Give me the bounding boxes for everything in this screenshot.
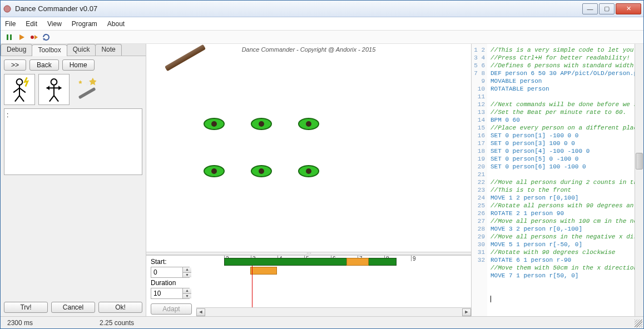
svg-point-34 [306, 168, 311, 174]
tab-strip: Debug Toolbox Quick Note [1, 44, 146, 56]
adapt-button[interactable]: Adapt [151, 303, 192, 315]
timeline-track[interactable]: 23456789 ◄ ► [196, 256, 471, 316]
svg-line-9 [13, 88, 19, 92]
toolbox-body: >> Back Home [1, 56, 146, 298]
pause-icon[interactable] [5, 33, 14, 42]
nav-forward-button[interactable]: >> [4, 59, 26, 71]
svg-rect-1 [7, 34, 8, 40]
timeline-block[interactable] [346, 258, 369, 266]
timeline-hscroll[interactable]: ◄ ► [196, 307, 471, 316]
svg-marker-3 [19, 34, 24, 40]
svg-point-26 [259, 121, 264, 127]
svg-point-0 [4, 6, 11, 12]
start-spin-down[interactable]: ▼ [182, 273, 191, 278]
dancer-6[interactable] [296, 163, 321, 179]
timeline-block[interactable] [224, 258, 397, 266]
svg-point-32 [259, 168, 264, 174]
menu-file[interactable]: File [5, 20, 16, 28]
vscroll-thumb[interactable] [636, 153, 643, 170]
menu-edit[interactable]: Edit [26, 20, 37, 28]
dancer-5[interactable] [249, 163, 274, 179]
timeline-block[interactable] [250, 267, 277, 275]
magic-wand-icon[interactable] [73, 74, 104, 105]
start-spin-up[interactable]: ▲ [182, 267, 191, 273]
nav-home-button[interactable]: Home [62, 59, 95, 71]
loop-icon[interactable] [42, 33, 51, 42]
svg-line-11 [15, 96, 19, 102]
left-pane: Debug Toolbox Quick Note >> Back Home [1, 44, 146, 316]
stage-copyright: Dance Commander - Copyright @ Andorix - … [242, 46, 376, 53]
menu-view[interactable]: View [47, 20, 62, 28]
code-vscroll[interactable] [635, 44, 643, 316]
svg-line-20 [54, 96, 58, 102]
code-editor[interactable]: //This is a very simple code to let you … [487, 44, 635, 316]
stickman-arrows-tile[interactable] [38, 74, 70, 105]
svg-point-13 [51, 79, 57, 85]
main-area: Debug Toolbox Quick Note >> Back Home [1, 44, 643, 316]
window-title: Dance Commander v0.07 [15, 4, 582, 13]
try-button[interactable]: Trv! [4, 302, 48, 313]
play-icon[interactable] [17, 33, 26, 42]
svg-marker-16 [47, 86, 49, 90]
toolbox-textarea[interactable] [4, 108, 142, 175]
statusbar: 2300 ms 2.25 counts [1, 316, 643, 328]
hscroll-left-icon[interactable]: ◄ [196, 308, 205, 316]
svg-rect-21 [78, 87, 96, 99]
svg-line-12 [19, 96, 24, 102]
duration-spin-up[interactable]: ▲ [182, 288, 191, 294]
svg-line-10 [19, 88, 26, 92]
start-label: Start: [151, 258, 192, 266]
toolbox-action-row: Trv! Cancel Ok! [1, 298, 146, 316]
svg-marker-5 [34, 35, 38, 39]
duration-spin-down[interactable]: ▼ [182, 294, 191, 299]
toolbar [1, 31, 643, 44]
code-pane: 1 2 3 4 5 6 7 8 9 10 11 12 13 14 15 16 1… [471, 44, 643, 316]
cancel-button[interactable]: Cancel [51, 302, 95, 313]
stage[interactable]: Dance Commander - Copyright @ Andorix - … [146, 44, 471, 252]
resize-grip-icon[interactable] [635, 320, 642, 327]
stickman-bolt-tile[interactable] [4, 74, 35, 105]
ok-button[interactable]: Ok! [98, 302, 142, 313]
tab-toolbox[interactable]: Toolbox [32, 44, 67, 56]
svg-marker-18 [58, 86, 61, 90]
timeline-controls: Start: ▲▼ Duration ▲▼ Adapt [146, 256, 196, 316]
minimize-button[interactable]: — [582, 3, 598, 14]
svg-point-4 [31, 36, 34, 39]
maximize-button[interactable]: ▢ [599, 3, 615, 14]
status-time: 2300 ms [7, 319, 33, 327]
timeline: Start: ▲▼ Duration ▲▼ Adapt 23456789 [146, 255, 471, 316]
app-icon [3, 4, 12, 13]
dancer-4[interactable] [202, 163, 226, 179]
app-window: Dance Commander v0.07 — ▢ ✕ File Edit Vi… [0, 0, 644, 329]
menu-program[interactable]: Program [72, 20, 97, 28]
close-button[interactable]: ✕ [616, 3, 641, 14]
record-play-icon[interactable] [29, 33, 38, 42]
svg-point-28 [306, 121, 311, 127]
status-counts: 2.25 counts [100, 319, 134, 327]
svg-line-19 [49, 96, 54, 102]
titlebar[interactable]: Dance Commander v0.07 — ▢ ✕ [1, 1, 643, 17]
svg-point-7 [17, 79, 23, 85]
dancer-3[interactable] [296, 116, 321, 132]
duration-label: Duration [151, 279, 192, 287]
nav-back-button[interactable]: Back [29, 59, 59, 71]
tab-quick[interactable]: Quick [67, 44, 96, 56]
code-gutter: 1 2 3 4 5 6 7 8 9 10 11 12 13 14 15 16 1… [472, 44, 487, 316]
svg-point-30 [211, 168, 217, 174]
dancer-1[interactable] [202, 116, 226, 132]
svg-rect-2 [10, 34, 12, 40]
hscroll-right-icon[interactable]: ► [462, 308, 471, 316]
menubar: File Edit View Program About [1, 17, 643, 31]
svg-point-24 [211, 121, 217, 127]
stage-stick-prop [165, 44, 206, 72]
menu-about[interactable]: About [107, 20, 125, 28]
tick-label: 9 [413, 256, 416, 262]
center-pane: Dance Commander - Copyright @ Andorix - … [146, 44, 471, 316]
dancer-2[interactable] [249, 116, 274, 132]
tab-note[interactable]: Note [95, 44, 121, 56]
tab-debug[interactable]: Debug [1, 44, 32, 56]
